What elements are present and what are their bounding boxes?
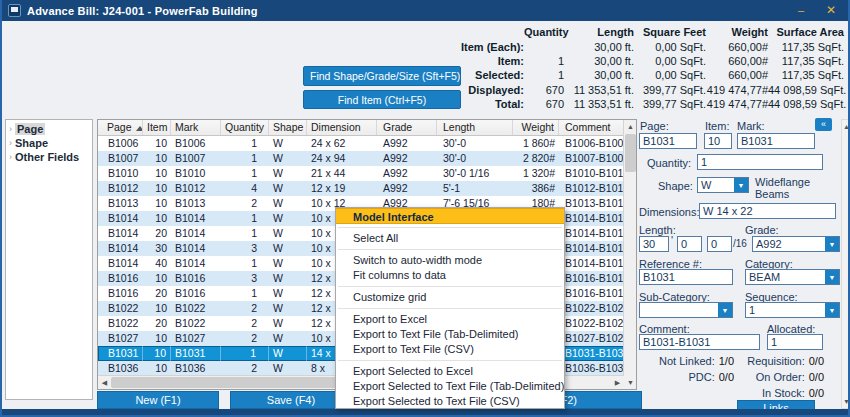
- tree-item-shape[interactable]: ›Shape: [6, 136, 92, 150]
- close-button[interactable]: ✕: [820, 2, 842, 18]
- stats-row-selected: Selected:130,00 ft.0,00 SqFt.660,00#117,…: [414, 68, 844, 82]
- tree-item-other-fields[interactable]: ›Other Fields: [6, 150, 92, 164]
- chevron-down-icon[interactable]: ▼: [825, 270, 839, 284]
- page-label: Page:: [640, 120, 669, 132]
- in-stock-status: In Stock:0/0: [762, 387, 824, 399]
- advance-bill-window: Advance Bill: J24-001 - PowerFab Buildin…: [0, 0, 850, 417]
- dimensions-label: Dimensions:: [639, 206, 700, 218]
- title-bar: Advance Bill: J24-001 - PowerFab Buildin…: [2, 0, 848, 21]
- column-header-shape[interactable]: Shape: [269, 120, 307, 135]
- menu-item-fit-columns-to-data[interactable]: Fit columns to data: [336, 268, 564, 283]
- item-label: Item:: [705, 120, 729, 132]
- collapse-panel-button[interactable]: «: [815, 118, 832, 131]
- shape-description: Wideflange Beams: [755, 176, 827, 200]
- column-header-mark[interactable]: Mark: [171, 120, 221, 135]
- menu-item-select-all[interactable]: Select All: [336, 231, 564, 246]
- vertical-scroll-thumb[interactable]: [625, 134, 636, 172]
- page-input[interactable]: [639, 133, 697, 149]
- chevron-down-icon[interactable]: ▼: [718, 303, 732, 317]
- chevron-right-icon: ›: [9, 152, 12, 162]
- length-feet-input[interactable]: [639, 236, 669, 252]
- menu-item-export-selected-to-excel[interactable]: Export Selected to Excel: [336, 364, 564, 379]
- horizontal-scroll-thumb[interactable]: [111, 377, 351, 388]
- mark-input[interactable]: [737, 133, 815, 149]
- scroll-up-icon[interactable]: ▲: [624, 120, 637, 133]
- scroll-up-icon[interactable]: ▲: [840, 120, 850, 133]
- menu-separator: [338, 308, 562, 309]
- chevron-down-icon[interactable]: ▼: [825, 303, 839, 317]
- scroll-down-icon[interactable]: ▼: [840, 395, 850, 408]
- stats-header: QuantityLengthSquare FeetWeightSurface A…: [414, 25, 844, 39]
- sort-ascending-icon: [136, 126, 143, 131]
- menu-item-export-selected-to-text-file-csv[interactable]: Export Selected to Text File (CSV): [336, 394, 564, 409]
- minimize-button[interactable]: –: [790, 2, 812, 18]
- column-header-page[interactable]: Page: [98, 120, 143, 135]
- table-row[interactable]: B101010B10101W21 x 44A99230'-0 1/161 320…: [98, 166, 624, 181]
- menu-item-export-to-excel[interactable]: Export to Excel: [336, 312, 564, 327]
- app-icon: [8, 4, 21, 17]
- scroll-right-icon[interactable]: ▶: [611, 376, 624, 389]
- quantity-label: Quantity:: [647, 157, 691, 169]
- menu-item-export-to-text-file-csv[interactable]: Export to Text File (CSV): [336, 342, 564, 357]
- column-header-grade[interactable]: Grade: [377, 120, 437, 135]
- bottom-strip: [2, 409, 848, 415]
- menu-separator: [338, 360, 562, 361]
- shape-label: Shape:: [658, 180, 693, 192]
- stats-col-length: Length: [564, 26, 634, 38]
- menu-separator: [338, 286, 562, 287]
- column-header-comment[interactable]: Comment: [559, 120, 624, 135]
- shape-select[interactable]: W ▼: [697, 177, 749, 193]
- chevron-down-icon[interactable]: ▼: [734, 178, 748, 192]
- detail-panel: Page: Item: Mark: « Quantity: Shape: W ▼…: [639, 118, 840, 411]
- tree-item-page[interactable]: ›Page: [6, 122, 92, 136]
- stats-col-square-feet: Square Feet: [634, 26, 706, 38]
- chevron-right-icon: ›: [9, 124, 12, 134]
- stats-row-item: Item:130,00 ft.0,00 SqFt.660,00#117,35 S…: [414, 54, 844, 68]
- column-header-item[interactable]: Item: [143, 120, 171, 135]
- save-button[interactable]: Save (F4): [230, 391, 352, 409]
- menu-separator: [338, 249, 562, 250]
- item-input[interactable]: [704, 133, 732, 149]
- category-select[interactable]: BEAM ▼: [745, 269, 840, 285]
- menu-separator: [338, 227, 562, 228]
- stats-row-total: Total:67011 353,51 ft.399,77 SqFt.419 47…: [414, 97, 844, 111]
- subcategory-select[interactable]: ▼: [639, 302, 733, 318]
- menu-item-export-to-text-file-tab-delimited[interactable]: Export to Text File (Tab-Delimited): [336, 327, 564, 342]
- length-fraction-input[interactable]: [707, 236, 732, 252]
- grade-select[interactable]: A992 ▼: [752, 236, 840, 252]
- table-row[interactable]: B100610B10061W24 x 62A99230'-01 860#B100…: [98, 136, 624, 151]
- on-order-status: On Order:0/0: [756, 371, 824, 383]
- fraction-unit-label: /16: [733, 238, 747, 249]
- new-button[interactable]: New (F1): [97, 391, 219, 409]
- field-tree: ›Page›Shape›Other Fields: [5, 119, 93, 400]
- grade-label: Grade:: [745, 224, 779, 236]
- chevron-down-icon[interactable]: ▼: [825, 237, 839, 251]
- window-title: Advance Bill: J24-001 - PowerFab Buildin…: [27, 5, 258, 17]
- quantity-input[interactable]: [697, 154, 823, 170]
- chevron-right-icon: ›: [9, 138, 12, 148]
- column-header-length[interactable]: Length: [437, 120, 513, 135]
- grid-header: PageItemMarkQuantityShapeDimensionGradeL…: [98, 120, 624, 136]
- scroll-left-icon[interactable]: ◀: [98, 376, 111, 389]
- column-header-weight[interactable]: Weight: [513, 120, 559, 135]
- column-header-quantity[interactable]: Quantity: [221, 120, 269, 135]
- stats-row-displayed: Displayed:67011 353,51 ft.399,77 SqFt.41…: [414, 83, 844, 97]
- allocated-input[interactable]: [767, 334, 823, 350]
- pdc-status: PDC:0/0: [688, 371, 734, 383]
- vertical-scrollbar[interactable]: ▲ ▼: [623, 120, 636, 389]
- menu-item-model-interface[interactable]: Model Interface: [336, 208, 564, 224]
- sequence-select[interactable]: 1 ▼: [745, 302, 840, 318]
- feet-unit-label: ': [671, 234, 673, 246]
- column-header-dimension[interactable]: Dimension: [307, 120, 377, 135]
- table-row[interactable]: B100710B10071W24 x 94A99230'-02 820#B100…: [98, 151, 624, 166]
- panel-scrollbar[interactable]: ▲ ▼: [841, 119, 850, 409]
- table-row[interactable]: B101210B10124W12 x 19A9925'-1386#B1012-B…: [98, 181, 624, 196]
- comment-input[interactable]: [639, 334, 760, 350]
- scroll-down-icon[interactable]: ▼: [624, 376, 637, 389]
- menu-item-customize-grid[interactable]: Customize grid: [336, 290, 564, 305]
- dimensions-input[interactable]: [699, 203, 836, 219]
- reference-input[interactable]: [639, 269, 733, 285]
- menu-item-switch-to-auto-width-mode[interactable]: Switch to auto-width mode: [336, 253, 564, 268]
- length-inches-input[interactable]: [677, 236, 702, 252]
- menu-item-export-selected-to-text-file-tab-delimited[interactable]: Export Selected to Text File (Tab-Delimi…: [336, 379, 564, 394]
